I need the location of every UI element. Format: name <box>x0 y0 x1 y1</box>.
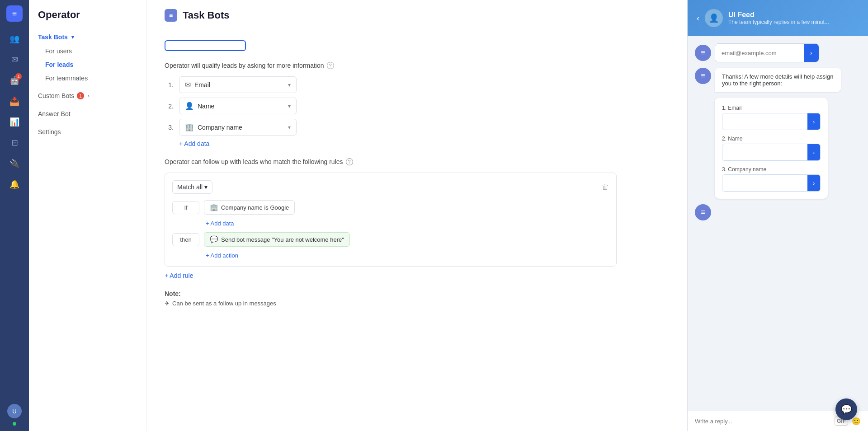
bot-icon-3: ≡ <box>695 204 711 220</box>
online-status <box>13 422 16 426</box>
sidebar-item-for-leads[interactable]: For leads <box>29 58 146 71</box>
nav-bell[interactable]: 🔔 <box>5 175 24 193</box>
then-tag: then <box>172 233 199 246</box>
name-icon: 👤 <box>185 102 194 110</box>
sidebar-item-taskbots[interactable]: Task Bots ▾ <box>29 30 146 44</box>
sidebar-section-answerbot: Answer Bot <box>29 105 146 123</box>
email-icon: ✉ <box>185 80 191 89</box>
sidebar-item-custombots[interactable]: Custom Bots 1 › <box>29 89 146 103</box>
partial-btn-left[interactable] <box>165 40 246 51</box>
chat-bubble: Thanks! A few more details will help ass… <box>715 68 841 92</box>
chat-back-button[interactable]: ‹ <box>697 14 699 23</box>
condition-pill[interactable]: 🏢 Company name is Google <box>204 200 295 215</box>
form-company-submit[interactable]: › <box>807 175 820 191</box>
chat-subtitle: The team typically replies in a few minu… <box>728 19 859 25</box>
field-select-1[interactable]: ✉ Email ▾ <box>179 76 297 93</box>
sidebar-title: Operator <box>29 9 146 28</box>
form-card-row: 1. Email › 2. Name › 3. Company name <box>695 98 861 199</box>
chat-avatar: 👤 <box>705 9 723 27</box>
reply-input[interactable] <box>695 418 831 425</box>
sidebar: Operator Task Bots ▾ For users For leads… <box>29 0 146 431</box>
chat-fab-button[interactable]: 💬 <box>835 398 857 420</box>
if-condition-row: If 🏢 Company name is Google <box>172 200 609 215</box>
emoji-button[interactable]: 🙂 <box>852 417 861 426</box>
form-label-email: 1. Email <box>722 105 821 111</box>
taskbots-chevron: ▾ <box>71 34 74 40</box>
nav-layers[interactable]: ⊟ <box>5 134 24 152</box>
sidebar-section-taskbots: Task Bots ▾ For users For leads For team… <box>29 28 146 87</box>
user-avatar[interactable]: U <box>7 404 22 418</box>
icon-nav: ≡ 👥 ✉ 🤖 1 📥 📊 ⊟ 🔌 🔔 U <box>0 0 29 431</box>
select-arrow-1: ▾ <box>288 82 291 88</box>
match-all-button[interactable]: Match all ▾ <box>172 180 212 194</box>
sidebar-item-for-users[interactable]: For users <box>29 44 146 58</box>
fab-icon: 💬 <box>841 404 852 415</box>
email-input[interactable] <box>715 44 804 62</box>
field-select-3[interactable]: 🏢 Company name ▾ <box>179 119 297 136</box>
action-chat-icon: 💬 <box>210 235 218 244</box>
field-row-2: 2. 👤 Name ▾ <box>165 98 617 114</box>
form-input-company-row: › <box>722 174 821 192</box>
nav-puzzle[interactable]: 🔌 <box>5 155 24 173</box>
sidebar-section-settings: Settings <box>29 123 146 141</box>
row-num-3: 3. <box>165 124 174 131</box>
page-header: ≡ Task Bots <box>146 0 687 31</box>
chat-panel: ‹ 👤 UI Feed The team typically replies i… <box>687 0 868 431</box>
follow-up-title: Operator can follow up with leads who ma… <box>165 158 617 165</box>
nav-inbox[interactable]: 📥 <box>5 92 24 110</box>
sidebar-item-settings[interactable]: Settings <box>29 125 146 139</box>
action-pill[interactable]: 💬 Send bot message "You are not welcome … <box>204 232 350 247</box>
chat-email-input-card: › <box>715 43 819 62</box>
sidebar-item-for-teammates[interactable]: For teammates <box>29 71 146 85</box>
qualify-help-icon[interactable]: ? <box>327 62 334 69</box>
row-num-1: 1. <box>165 81 174 89</box>
field-select-2[interactable]: 👤 Name ▾ <box>179 98 297 114</box>
field-row-3: 3. 🏢 Company name ▾ <box>165 119 617 136</box>
nav-send[interactable]: ✉ <box>5 51 24 69</box>
row-num-2: 2. <box>165 103 174 110</box>
form-input-name-row: › <box>722 144 821 161</box>
form-field-company: 3. Company name › <box>722 166 821 192</box>
rules-section: Operator can follow up with leads who ma… <box>165 158 617 279</box>
sidebar-section-custombots: Custom Bots 1 › <box>29 87 146 105</box>
send-icon: ✈ <box>165 300 170 307</box>
bot-icon-1: ≡ <box>695 45 711 61</box>
form-field-name: 2. Name › <box>722 136 821 161</box>
form-label-company: 3. Company name <box>722 166 821 173</box>
note-title: Note: <box>165 290 617 297</box>
note-item: ✈ Can be sent as a follow up in messages <box>165 300 617 307</box>
content-area: Operator will qualify leads by asking fo… <box>146 31 635 325</box>
chat-email-row: ≡ › <box>695 43 861 62</box>
rule-box: Match all ▾ 🗑 If 🏢 Company name is Googl… <box>165 173 617 267</box>
add-data-link[interactable]: + Add data <box>179 140 617 147</box>
app-logo[interactable]: ≡ <box>6 5 23 22</box>
add-action-link[interactable]: + Add action <box>206 252 609 259</box>
chat-name: UI Feed <box>728 11 859 19</box>
then-action-row: then 💬 Send bot message "You are not wel… <box>172 232 609 247</box>
form-email-submit[interactable]: › <box>807 113 820 130</box>
add-rule-link[interactable]: + Add rule <box>165 272 617 279</box>
custombots-chevron: › <box>88 93 90 98</box>
email-submit-button[interactable]: › <box>804 44 819 62</box>
nav-badge: 1 <box>15 73 22 80</box>
bot-icon-row-2: ≡ <box>695 204 861 220</box>
custom-bots-badge: 1 <box>77 92 84 99</box>
page-header-icon: ≡ <box>165 9 177 22</box>
page-title: Task Bots <box>183 9 230 21</box>
chat-header-info: UI Feed The team typically replies in a … <box>728 11 859 25</box>
form-email-input[interactable] <box>722 113 807 130</box>
nav-chart[interactable]: 📊 <box>5 113 24 131</box>
nav-bot[interactable]: 🤖 1 <box>5 71 24 89</box>
sidebar-item-answerbot[interactable]: Answer Bot <box>29 107 146 121</box>
delete-rule-icon[interactable]: 🗑 <box>602 183 609 191</box>
follow-up-help-icon[interactable]: ? <box>346 158 353 165</box>
chat-body: ≡ › ≡ Thanks! A few more details will he… <box>688 36 868 411</box>
select-arrow-2: ▾ <box>288 103 291 109</box>
form-field-email: 1. Email › <box>722 105 821 130</box>
form-name-submit[interactable]: › <box>807 144 820 160</box>
nav-contacts[interactable]: 👥 <box>5 30 24 48</box>
form-company-input[interactable] <box>722 175 807 191</box>
add-data-rule-link[interactable]: + Add data <box>206 220 609 227</box>
form-name-input[interactable] <box>722 144 807 160</box>
bot-bubble-row: ≡ Thanks! A few more details will help a… <box>695 68 861 92</box>
